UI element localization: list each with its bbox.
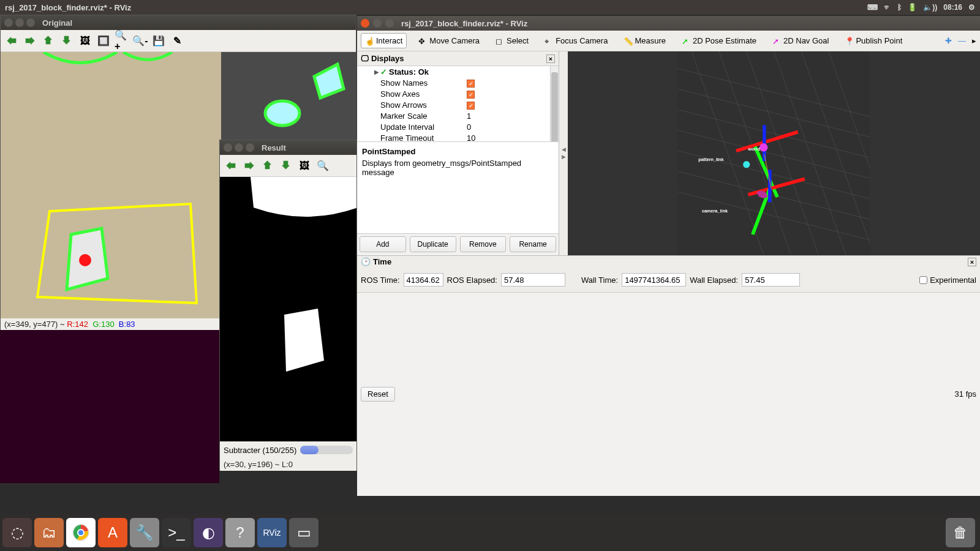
autosize-icon[interactable]: 🖼: [297, 159, 312, 173]
monitor-icon: 🖵: [361, 54, 369, 63]
settings-icon[interactable]: 🔧: [130, 518, 159, 547]
chrome-icon[interactable]: [66, 518, 96, 547]
terminal-icon[interactable]: >_: [162, 518, 191, 547]
trash-icon[interactable]: 🗑: [946, 518, 975, 547]
displays-tree[interactable]: ▶✓Status: Ok Show Names✓ Show Axes✓ Show…: [357, 66, 559, 141]
eclipse-icon[interactable]: ◐: [194, 518, 223, 547]
bluetooth-icon[interactable]: ᛒ: [897, 3, 902, 12]
interact-tool[interactable]: ☝Interact: [361, 33, 407, 48]
gear-icon[interactable]: ⚙: [968, 3, 975, 12]
close-icon[interactable]: [224, 143, 232, 152]
time-panel: 🕑 Time × ROS Time: ROS Elapsed: Wall Tim…: [357, 255, 980, 292]
maximize-icon[interactable]: [385, 19, 394, 28]
result-status: (x=30, y=196) ~ L:0: [220, 459, 356, 471]
prev-icon[interactable]: 🡄: [224, 159, 238, 173]
remove-button[interactable]: Remove: [460, 236, 507, 252]
zoomout-icon[interactable]: 🔍-: [133, 34, 148, 48]
rviz-launcher-icon[interactable]: RViz: [257, 518, 287, 547]
pose-estimate-tool[interactable]: ➚2D Pose Estimate: [677, 33, 761, 48]
result-view[interactable]: [220, 177, 356, 441]
nav-goal-tool[interactable]: ➚2D Nav Goal: [768, 33, 833, 48]
close-panel-icon[interactable]: ×: [546, 54, 555, 63]
minimize-icon[interactable]: [373, 19, 382, 28]
minimize-icon[interactable]: [15, 18, 24, 27]
close-panel-icon[interactable]: ×: [968, 258, 976, 266]
panel-splitter[interactable]: ◀▶: [559, 51, 568, 255]
move-camera-tool[interactable]: ✥Move Camera: [414, 33, 484, 48]
expand-icon[interactable]: ▸: [972, 36, 976, 45]
reset-button[interactable]: Reset: [361, 387, 395, 402]
save-icon[interactable]: 💾: [151, 34, 166, 48]
close-icon[interactable]: [361, 19, 369, 28]
software-icon[interactable]: A: [98, 518, 127, 547]
maximize-icon[interactable]: [246, 143, 254, 152]
pin-icon: 📍: [845, 37, 853, 45]
subtracter-slider[interactable]: [300, 446, 353, 454]
measure-tool[interactable]: 📏Measure: [619, 33, 670, 48]
down-icon[interactable]: 🡇: [59, 34, 74, 48]
autosize-icon[interactable]: 🖼: [78, 34, 92, 48]
experimental-checkbox[interactable]: [919, 276, 927, 284]
svg-point-30: [743, 161, 750, 168]
terminal-background: [0, 330, 219, 483]
svg-point-36: [78, 530, 84, 536]
select-tool[interactable]: ◻Select: [491, 33, 533, 48]
add-button[interactable]: Add: [360, 236, 406, 252]
wall-elapsed-label: Wall Elapsed:: [690, 276, 738, 285]
next-icon[interactable]: 🡆: [242, 159, 257, 173]
maximize-icon[interactable]: [26, 18, 35, 27]
next-icon[interactable]: 🡆: [23, 34, 37, 48]
zoomin-icon[interactable]: 🔍+: [115, 34, 129, 48]
ros-elapsed-field[interactable]: [501, 273, 565, 287]
rviz-title: rsj_2017_block_finder.rviz* - RViz: [398, 19, 527, 28]
wall-time-label: Wall Time:: [581, 276, 618, 285]
wifi-icon[interactable]: ᯤ: [884, 3, 891, 12]
zoomfit-icon[interactable]: 🔲: [96, 34, 111, 48]
prev-icon[interactable]: 🡄: [4, 34, 19, 48]
wall-time-field[interactable]: [622, 273, 686, 287]
remove-icon[interactable]: —: [958, 36, 966, 45]
add-icon[interactable]: ✚: [945, 36, 952, 45]
ros-time-label: ROS Time:: [361, 276, 400, 285]
svg-text:pattern_link: pattern_link: [698, 157, 724, 162]
duplicate-button[interactable]: Duplicate: [410, 236, 456, 252]
time-header[interactable]: 🕑 Time ×: [357, 256, 980, 268]
workspace-icon[interactable]: ▭: [289, 518, 318, 547]
unity-launcher: ◌ 🗂 A 🔧 >_ ◐ ? RViz ▭ 🗑: [0, 514, 980, 551]
clock[interactable]: 08:16: [943, 3, 962, 12]
dash-icon[interactable]: ◌: [2, 518, 32, 547]
system-indicators: ⌨ ᯤ ᛒ 🔋 🔈)) 08:16 ⚙: [867, 3, 975, 12]
description-panel: PointStamped Displays from geometry_msgs…: [357, 141, 559, 233]
battery-icon[interactable]: 🔋: [908, 3, 917, 12]
result-title: Result: [258, 143, 286, 152]
zoomin-icon[interactable]: 🔍: [315, 159, 330, 173]
svg-rect-8: [678, 51, 870, 255]
sound-icon[interactable]: 🔈)): [923, 3, 937, 12]
rviz-titlebar[interactable]: rsj_2017_block_finder.rviz* - RViz: [357, 16, 980, 31]
rviz-3d-view[interactable]: world pattern_link camera_link: [568, 51, 980, 255]
keyboard-icon[interactable]: ⌨: [867, 3, 878, 12]
original-titlebar[interactable]: Original: [1, 15, 356, 30]
select-icon: ◻: [496, 37, 504, 45]
displays-header[interactable]: 🖵 Displays ×: [357, 51, 559, 66]
focus-camera-tool[interactable]: ⌖Focus Camera: [540, 33, 612, 48]
ros-time-field[interactable]: [404, 273, 443, 287]
close-icon[interactable]: [4, 18, 13, 27]
publish-point-tool[interactable]: 📍Publish Point: [840, 33, 907, 48]
up-icon[interactable]: 🡅: [41, 34, 56, 48]
files-icon[interactable]: 🗂: [34, 518, 64, 547]
down-icon[interactable]: 🡇: [279, 159, 293, 173]
help-icon[interactable]: ?: [225, 518, 255, 547]
result-titlebar[interactable]: Result: [220, 140, 356, 155]
info-icon[interactable]: ✎: [170, 34, 184, 48]
subtracter-row: Subtracter (150/255): [220, 441, 356, 459]
up-icon[interactable]: 🡅: [260, 159, 275, 173]
scrollbar[interactable]: [550, 66, 559, 141]
original-title: Original: [39, 18, 72, 28]
rename-button[interactable]: Rename: [510, 236, 556, 252]
minimize-icon[interactable]: [235, 143, 243, 152]
ruler-icon: 📏: [624, 37, 632, 45]
move-icon: ✥: [418, 37, 427, 45]
subtracter-label: Subtracter (150/255): [224, 446, 296, 455]
wall-elapsed-field[interactable]: [742, 273, 800, 287]
